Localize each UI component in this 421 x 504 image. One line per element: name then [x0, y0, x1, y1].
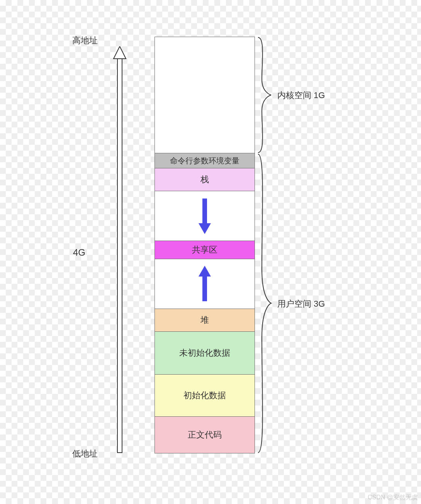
high-address-label: 高地址 — [70, 35, 100, 46]
svg-rect-2 — [202, 199, 207, 223]
segment-data: 初始化数据 — [154, 374, 255, 417]
kernel-space-label: 内核空间 1G — [277, 90, 325, 101]
segment-data-label: 初始化数据 — [183, 390, 226, 401]
segment-shared-label: 共享区 — [192, 244, 217, 256]
segment-cmdline-env: 命令行参数环境变量 — [154, 153, 255, 168]
brace-user-icon — [257, 153, 273, 453]
total-size-label: 4G — [68, 247, 91, 258]
stack-growth-gap — [154, 191, 255, 241]
segment-text-label: 正文代码 — [188, 429, 222, 441]
segment-bss: 未初始化数据 — [154, 331, 255, 375]
segment-text: 正文代码 — [154, 416, 255, 453]
svg-rect-1 — [117, 59, 122, 453]
segment-stack-label: 栈 — [200, 174, 209, 185]
arrow-down-icon — [197, 197, 212, 235]
address-direction-arrow-up-icon — [112, 46, 127, 456]
svg-marker-0 — [114, 46, 126, 59]
svg-marker-4 — [199, 266, 211, 277]
segment-bss-label: 未初始化数据 — [179, 347, 230, 359]
brace-kernel-icon — [257, 37, 273, 153]
segment-kernel-space — [154, 37, 255, 153]
memory-layout-column: 命令行参数环境变量 栈 共享区 堆 未初始化数据 初始化数据 正文代码 — [154, 37, 256, 453]
arrow-up-icon — [197, 265, 212, 303]
watermark-text: CSDN @安然无虞 — [368, 494, 418, 502]
segment-heap: 堆 — [154, 309, 255, 332]
segment-cmdline-env-label: 命令行参数环境变量 — [170, 156, 239, 166]
segment-heap-label: 堆 — [200, 314, 209, 326]
svg-marker-3 — [199, 223, 211, 234]
segment-shared: 共享区 — [154, 241, 255, 259]
segment-stack: 栈 — [154, 168, 255, 191]
svg-rect-5 — [202, 277, 207, 301]
heap-growth-gap — [154, 259, 255, 309]
low-address-label: 低地址 — [70, 448, 100, 460]
user-space-label: 用户空间 3G — [277, 298, 325, 310]
